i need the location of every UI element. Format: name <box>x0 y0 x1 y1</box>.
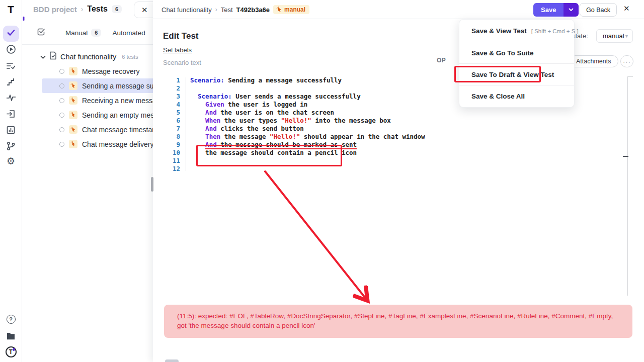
line-number: 1 <box>166 76 180 84</box>
divider-handle[interactable] <box>623 156 628 157</box>
save-dropdown-menu: Save & View Test [ Shift + Cmd + S ] Sav… <box>459 19 575 108</box>
tab-manual[interactable]: Manual 6 <box>65 29 101 37</box>
manual-count-badge: 6 <box>91 29 101 37</box>
code-line: 12 <box>166 165 425 173</box>
stairs-icon <box>6 77 16 86</box>
bottom-scroll-nub[interactable] <box>165 359 179 362</box>
code-text: When the user types "Hello!" into the me… <box>190 117 391 125</box>
code-line: 4 Given the user is logged in <box>166 101 425 109</box>
line-number: 4 <box>166 101 180 109</box>
code-line: 2 <box>166 84 425 93</box>
parser-error-message: (11:5): expected: #EOF, #TableRow, #DocS… <box>164 305 632 338</box>
manual-badge: manual <box>273 5 309 14</box>
more-options-button[interactable]: ··· <box>620 55 633 67</box>
attachments-button[interactable]: Attachments <box>569 55 618 67</box>
panel-topbar: Chat functionality › Test T492b3a6e manu… <box>153 0 644 19</box>
rail-item-projects[interactable] <box>5 329 17 341</box>
menu-item-label: Save & Go To Suite <box>471 49 534 57</box>
pulse-icon <box>6 93 16 102</box>
chevron-down-icon[interactable] <box>40 52 46 61</box>
menu-item-label: Save & View Test <box>471 27 527 35</box>
rail-item-runs[interactable] <box>5 43 17 55</box>
line-number: 8 <box>166 133 180 141</box>
breadcrumb-section[interactable]: Tests <box>87 5 108 14</box>
tree-test-item[interactable]: Chat message timestamps <box>22 122 153 137</box>
bar-chart-icon <box>6 125 16 135</box>
test-title: Message recovery <box>82 67 139 75</box>
test-title: Chat message delivery status <box>82 140 153 148</box>
code-line: 3 Scenario: User sends a message success… <box>166 93 425 101</box>
test-status-circle[interactable] <box>59 127 64 132</box>
select-caret-icon: ▼ <box>624 34 629 39</box>
app-logo[interactable]: T <box>0 4 22 16</box>
divider-tick-top <box>627 76 633 77</box>
breadcrumb-project[interactable]: BDD project <box>33 5 77 14</box>
manual-test-icon <box>69 140 77 148</box>
manual-test-icon <box>69 81 77 90</box>
tree-panel: BDD project › Tests 6 ✕ Manual 6 Automat… <box>22 0 153 362</box>
suite-meta: 6 tests <box>122 54 138 60</box>
app-window: T <box>0 0 644 362</box>
rail-item-profile[interactable]: T <box>6 346 17 357</box>
suite-name[interactable]: Chat functionality <box>60 53 116 61</box>
breadcrumb-suite[interactable]: Chat functionality <box>162 6 212 14</box>
rail-item-tests[interactable] <box>3 26 19 42</box>
save-button[interactable]: Save <box>533 3 564 17</box>
select-all-icon[interactable] <box>37 28 45 38</box>
tree-test-item[interactable]: Chat message delivery status <box>22 137 153 151</box>
set-labels-link[interactable]: Set labels <box>163 46 192 54</box>
rail-item-branch[interactable] <box>5 140 17 152</box>
test-title: Sending a message successfully <box>82 82 153 90</box>
scenario-text-label: Scenario text <box>163 59 201 66</box>
breadcrumb: BDD project › Tests 6 <box>33 5 122 14</box>
state-select[interactable]: manual ▼ <box>596 29 633 43</box>
menu-item-label: Save & Close All <box>471 93 525 100</box>
suite-row[interactable]: Chat functionality 6 tests <box>40 51 138 62</box>
go-back-button[interactable]: Go Back <box>580 3 617 17</box>
help-icon: ? <box>7 315 16 324</box>
menu-item[interactable]: Save & View Test [ Shift + Cmd + S ] <box>459 20 574 42</box>
menu-item[interactable]: Save To Draft & View Test <box>459 63 574 85</box>
breadcrumb-separator: › <box>215 6 217 13</box>
code-text: Scenario: User sends a message successfu… <box>190 93 361 101</box>
filter-tabs: Manual 6 Automated Outdated <box>37 28 153 38</box>
rail-item-pulse[interactable] <box>5 92 17 104</box>
breadcrumb-separator: › <box>81 5 84 13</box>
test-status-circle[interactable] <box>59 142 64 147</box>
tree-test-item[interactable]: Receiving a new message <box>22 93 153 108</box>
code-text: And clicks the send button <box>190 125 304 133</box>
tree-test-item[interactable]: Message recovery <box>22 64 153 78</box>
chevron-down-icon <box>569 8 574 12</box>
code-line: 8 Then the message "Hello!" should appea… <box>166 133 425 141</box>
tree-test-item[interactable]: Sending an empty message <box>22 108 153 122</box>
line-number: 11 <box>166 157 180 165</box>
tree-scrollbar-thumb[interactable] <box>151 177 153 192</box>
panel-resize-divider[interactable] <box>627 76 628 296</box>
tab-close-icon[interactable]: ✕ <box>141 6 148 15</box>
rail-item-import[interactable] <box>5 108 17 120</box>
test-status-circle[interactable] <box>59 83 64 88</box>
cursor-icon <box>276 7 282 13</box>
save-menu-toggle[interactable] <box>564 3 579 17</box>
close-panel-icon[interactable]: ✕ <box>623 4 630 13</box>
menu-item[interactable]: Save & Go To Suite <box>459 42 574 63</box>
test-status-circle[interactable] <box>59 113 64 118</box>
open-test-tab[interactable]: ✕ <box>134 2 153 18</box>
rail-item-help[interactable]: ? <box>7 315 16 324</box>
manual-test-icon <box>69 67 77 75</box>
test-status-circle[interactable] <box>59 69 64 74</box>
code-text: And the user is on the chat screen <box>190 109 334 117</box>
rail-item-analytics[interactable] <box>5 124 17 136</box>
scenario-editor[interactable]: 1 Scenario: Sending a message successful… <box>166 76 425 173</box>
error-line-2: got 'the message should contain a pencil… <box>177 321 619 330</box>
code-line: 7 And clicks the send button <box>166 125 425 133</box>
test-status-circle[interactable] <box>59 98 64 103</box>
tree-test-item[interactable]: Sending a message successfully <box>42 78 153 93</box>
rail-item-steps[interactable] <box>5 75 17 87</box>
menu-item[interactable]: Save & Close All <box>459 85 574 107</box>
rail-item-settings[interactable]: ⚙ <box>7 156 15 166</box>
line-number: 5 <box>166 109 180 117</box>
tab-automated[interactable]: Automated <box>112 29 145 37</box>
line-number: 9 <box>166 141 180 149</box>
rail-item-test-plans[interactable] <box>5 59 17 71</box>
